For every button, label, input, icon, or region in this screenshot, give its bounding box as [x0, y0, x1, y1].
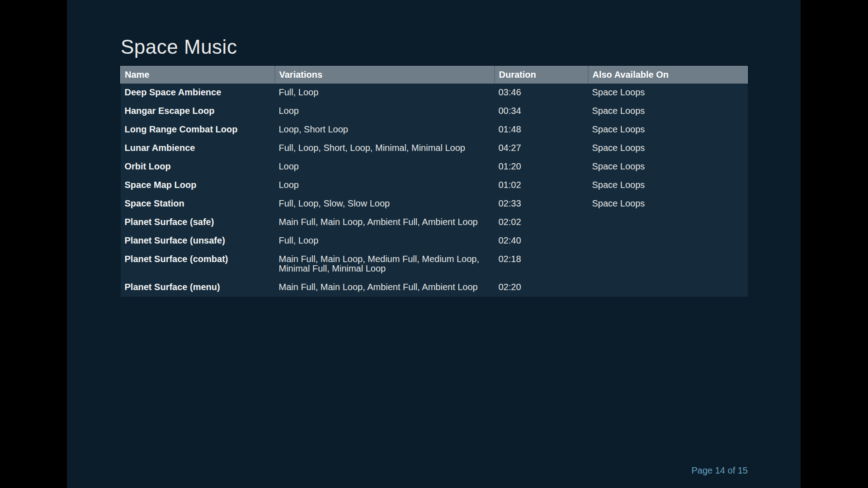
- cell-name: Space Map Loop: [121, 176, 275, 195]
- cell-duration: 00:34: [495, 102, 588, 121]
- letterbox-right: [801, 0, 868, 488]
- cell-duration: 02:02: [495, 213, 588, 232]
- cell-duration: 01:48: [495, 121, 588, 139]
- table-row: Space StationFull, Loop, Slow, Slow Loop…: [121, 195, 748, 213]
- screen: Space Music Name Variations Duration Als…: [0, 0, 868, 488]
- cell-variations: Main Full, Main Loop, Ambient Full, Ambi…: [275, 213, 495, 232]
- cell-also-available-on: Space Loops: [588, 139, 748, 158]
- cell-name: Lunar Ambience: [121, 139, 275, 158]
- letterbox-left: [0, 0, 67, 488]
- cell-also-available-on: Space Loops: [588, 176, 748, 195]
- track-table-body: Deep Space AmbienceFull, Loop03:46Space …: [121, 84, 748, 297]
- content-area: Space Music Name Variations Duration Als…: [67, 0, 801, 488]
- cell-name: Deep Space Ambience: [121, 84, 275, 102]
- cell-duration: 02:18: [495, 250, 588, 278]
- column-header-duration: Duration: [495, 66, 588, 84]
- cell-name: Hangar Escape Loop: [121, 102, 275, 121]
- cell-also-available-on: [588, 250, 748, 278]
- cell-variations: Full, Loop: [275, 232, 495, 250]
- cell-also-available-on: Space Loops: [588, 102, 748, 121]
- cell-duration: 04:27: [495, 139, 588, 158]
- cell-duration: 02:33: [495, 195, 588, 213]
- cell-variations: Main Full, Main Loop, Ambient Full, Ambi…: [275, 278, 495, 297]
- column-header-variations: Variations: [275, 66, 495, 84]
- cell-variations: Full, Loop, Short, Loop, Minimal, Minima…: [275, 139, 495, 158]
- cell-variations: Main Full, Main Loop, Medium Full, Mediu…: [275, 250, 495, 278]
- cell-name: Planet Surface (combat): [121, 250, 275, 278]
- cell-variations: Full, Loop: [275, 84, 495, 102]
- page-title: Space Music: [121, 35, 748, 59]
- cell-duration: 02:20: [495, 278, 588, 297]
- pagination-label: Page 14 of 15: [691, 465, 748, 476]
- table-row: Orbit LoopLoop01:20Space Loops: [121, 158, 748, 176]
- cell-also-available-on: Space Loops: [588, 195, 748, 213]
- cell-duration: 01:20: [495, 158, 588, 176]
- table-header-row: Name Variations Duration Also Available …: [121, 66, 748, 84]
- table-row: Planet Surface (safe)Main Full, Main Loo…: [121, 213, 748, 232]
- table-row: Planet Surface (unsafe)Full, Loop02:40: [121, 232, 748, 250]
- cell-name: Orbit Loop: [121, 158, 275, 176]
- cell-name: Long Range Combat Loop: [121, 121, 275, 139]
- cell-variations: Loop: [275, 176, 495, 195]
- cell-name: Space Station: [121, 195, 275, 213]
- cell-also-available-on: [588, 232, 748, 250]
- cell-name: Planet Surface (unsafe): [121, 232, 275, 250]
- table-row: Deep Space AmbienceFull, Loop03:46Space …: [121, 84, 748, 102]
- table-row: Planet Surface (menu)Main Full, Main Loo…: [121, 278, 748, 297]
- table-row: Space Map LoopLoop01:02Space Loops: [121, 176, 748, 195]
- cell-also-available-on: [588, 278, 748, 297]
- table-row: Lunar AmbienceFull, Loop, Short, Loop, M…: [121, 139, 748, 158]
- column-header-also-available-on: Also Available On: [588, 66, 748, 84]
- cell-duration: 02:40: [495, 232, 588, 250]
- cell-also-available-on: Space Loops: [588, 158, 748, 176]
- table-row: Long Range Combat LoopLoop, Short Loop01…: [121, 121, 748, 139]
- cell-variations: Loop: [275, 158, 495, 176]
- cell-variations: Full, Loop, Slow, Slow Loop: [275, 195, 495, 213]
- cell-also-available-on: Space Loops: [588, 84, 748, 102]
- table-row: Hangar Escape LoopLoop00:34Space Loops: [121, 102, 748, 121]
- column-header-name: Name: [121, 66, 275, 84]
- cell-variations: Loop: [275, 102, 495, 121]
- cell-name: Planet Surface (safe): [121, 213, 275, 232]
- cell-variations: Loop, Short Loop: [275, 121, 495, 139]
- cell-also-available-on: Space Loops: [588, 121, 748, 139]
- cell-name: Planet Surface (menu): [121, 278, 275, 297]
- tracklist-table: Name Variations Duration Also Available …: [120, 66, 748, 297]
- table-row: Planet Surface (combat)Main Full, Main L…: [121, 250, 748, 278]
- cell-also-available-on: [588, 213, 748, 232]
- cell-duration: 03:46: [495, 84, 588, 102]
- cell-duration: 01:02: [495, 176, 588, 195]
